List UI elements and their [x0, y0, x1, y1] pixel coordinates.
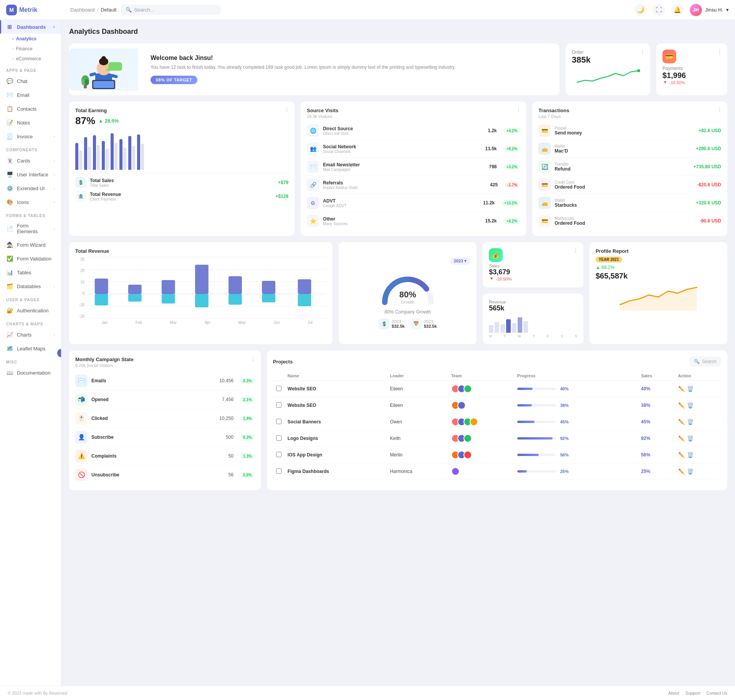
- source-more-button[interactable]: ⋮: [515, 106, 521, 113]
- projects-search[interactable]: 🔍 Search: [689, 357, 721, 367]
- breadcrumb-root[interactable]: Dashboard: [70, 7, 95, 13]
- row-checkbox[interactable]: [273, 463, 285, 480]
- list-item: ⭐ OtherMany Sources 15.2k+8.2%: [307, 212, 520, 230]
- sidebar-item-email[interactable]: ✉️ Email: [0, 88, 61, 102]
- trans-icon: 💳: [538, 215, 551, 227]
- project-action-cell[interactable]: ✏️🗑️: [675, 430, 721, 447]
- notifications-button[interactable]: 🔔: [671, 4, 684, 16]
- row-checkbox[interactable]: [273, 397, 285, 414]
- edit-button[interactable]: ✏️: [678, 452, 685, 458]
- search-box[interactable]: 🔍 Search...: [121, 5, 221, 15]
- breadcrumb-active[interactable]: Default: [101, 7, 116, 13]
- user-avatar[interactable]: JH Jinsu H. ▾: [690, 4, 729, 16]
- list-item: 💳 PaypalSend money +82.6 USD: [538, 122, 721, 140]
- project-action-cell[interactable]: ✏️🗑️: [675, 463, 721, 480]
- edit-button[interactable]: ✏️: [678, 419, 685, 425]
- sidebar-item-leaflet-maps[interactable]: 🗺️ Leaflet Maps: [0, 342, 61, 355]
- row-checkbox[interactable]: [273, 447, 285, 463]
- order-more-button[interactable]: ⋮: [639, 48, 646, 55]
- growth-footer: 80% Company Growth: [384, 309, 431, 315]
- earning-more-button[interactable]: ⋮: [284, 106, 290, 113]
- footer-link-about[interactable]: About: [668, 691, 679, 695]
- delete-button[interactable]: 🗑️: [687, 468, 694, 474]
- delete-button[interactable]: 🗑️: [687, 386, 694, 392]
- sidebar-item-user-interface[interactable]: 🖥️ User Interface ›: [0, 168, 61, 181]
- sidebar-item-form-validation[interactable]: ✅ Form Validation: [0, 252, 61, 265]
- sidebar-item-chat[interactable]: 💬 Chat: [0, 74, 61, 88]
- payments-more-button[interactable]: ⋮: [717, 48, 723, 55]
- sidebar-item-form-elements[interactable]: 📄 Form Elements ›: [0, 219, 61, 238]
- sidebar-item-invoice[interactable]: 🧾 Invoice ›: [0, 129, 61, 143]
- project-sales-cell: 45%: [638, 414, 675, 430]
- project-action-cell[interactable]: ✏️🗑️: [675, 447, 721, 463]
- project-sales-cell: 56%: [638, 447, 675, 463]
- revenue-mini-card: Revenue 565k MTWTFSS: [483, 294, 583, 344]
- sales-more-button[interactable]: ⋮: [573, 247, 579, 254]
- welcome-body: You have 12 task to finish today. You al…: [151, 64, 553, 71]
- sidebar-item-form-wizard[interactable]: 🧙 Form Wizard: [0, 238, 61, 252]
- edit-button[interactable]: ✏️: [678, 386, 685, 392]
- sidebar-item-datatables[interactable]: 🗂️ Datatables ›: [0, 279, 61, 293]
- footer-link-contact[interactable]: Contact Us: [707, 691, 727, 695]
- sidebar-item-cards[interactable]: 🃏 Cards ›: [0, 154, 61, 168]
- sidebar-item-finance[interactable]: Finance: [12, 44, 61, 54]
- row-checkbox[interactable]: [273, 381, 285, 397]
- delete-button[interactable]: 🗑️: [687, 452, 694, 458]
- campaign-more-button[interactable]: ⋮: [250, 355, 256, 362]
- sidebar-item-extended-ui[interactable]: ⚙️ Exrended UI ›: [0, 181, 61, 195]
- source-icon-social: 👥: [307, 143, 319, 155]
- trans-icon: 🔄: [538, 161, 551, 173]
- table-row: Figma DashboardsHarmonica25%25%✏️🗑️: [273, 463, 721, 480]
- sidebar-item-authentication[interactable]: 🔐 Authentication ›: [0, 304, 61, 317]
- sidebar-item-notes[interactable]: 📝 Notes: [0, 116, 61, 129]
- list-item: ✉️ Emails 10,456 0.3%: [75, 372, 255, 390]
- source-visits-card: ⋮ Source Visits 28.3k Visitors 🌐 Direct …: [301, 101, 526, 236]
- y-axis-labels: 3020100-10-20: [75, 257, 84, 326]
- trans-more-button[interactable]: ⋮: [717, 106, 723, 113]
- project-action-cell[interactable]: ✏️🗑️: [675, 397, 721, 414]
- edit-button[interactable]: ✏️: [678, 468, 685, 474]
- welcome-card: Welcome back Jinsu! You have 12 task to …: [69, 43, 560, 95]
- chevron-down-icon: ▾: [53, 25, 55, 29]
- sidebar-item-documentation[interactable]: 📖 Documentation: [0, 366, 61, 380]
- sidebar-item-contacts[interactable]: 📋 Contacts: [0, 102, 61, 116]
- th-leader: Leader: [387, 371, 448, 381]
- list-item: 👤 Subscribe 500 8.3%: [75, 428, 255, 447]
- total-revenue-label: Total Revenue: [90, 192, 271, 197]
- fullscreen-button[interactable]: ⛶: [653, 4, 665, 16]
- campaign-icon-subscribe: 👤: [75, 431, 88, 443]
- sidebar-item-charts[interactable]: 📈 Charts ›: [0, 328, 61, 342]
- sidebar-item-icons[interactable]: 🎨 Icons ›: [0, 195, 61, 209]
- sidebar-item-dashboards[interactable]: ⊞ Dashboards ▾: [0, 20, 61, 34]
- growth-year-select[interactable]: 2023 ▾: [450, 257, 471, 265]
- row-checkbox[interactable]: [273, 430, 285, 447]
- sidebar-item-tables[interactable]: 📊 Tables: [0, 265, 61, 279]
- table-row: IOS App DesignMerlin56%56%✏️🗑️: [273, 447, 721, 463]
- campaign-card: ⋮ Monthly Campaign State 6.20k Social Vi…: [69, 350, 261, 490]
- total-revenue-card: Total Revenue 3020100-10-20: [69, 242, 333, 344]
- footer-link-support[interactable]: Support: [685, 691, 700, 695]
- delete-button[interactable]: 🗑️: [687, 402, 694, 408]
- row-checkbox[interactable]: [273, 414, 285, 430]
- topbar-actions: 🌙 ⛶ 🔔 JH Jinsu H. ▾: [634, 4, 729, 16]
- project-team-cell: [448, 463, 514, 480]
- sidebar-item-ecommerce[interactable]: eCommerce: [12, 54, 61, 64]
- svg-rect-9: [108, 62, 122, 71]
- edit-button[interactable]: ✏️: [678, 402, 685, 408]
- logo-text: Metrik: [19, 7, 37, 13]
- delete-button[interactable]: 🗑️: [687, 435, 694, 441]
- delete-button[interactable]: 🗑️: [687, 419, 694, 425]
- project-sales-cell: 92%: [638, 430, 675, 447]
- svg-rect-27: [262, 281, 275, 294]
- project-action-cell[interactable]: ✏️🗑️: [675, 414, 721, 430]
- dark-mode-button[interactable]: 🌙: [634, 4, 647, 16]
- total-sales-label: Total Sales: [90, 178, 274, 183]
- logo[interactable]: M Metrik: [6, 5, 66, 15]
- sales-change: 🔻-16.50%: [489, 276, 577, 281]
- sidebar-item-analytics[interactable]: Analytics: [12, 34, 61, 44]
- campaign-icon-complaints: ⚠️: [75, 450, 88, 462]
- profile-report-card: Profile Report YEAR 2021 ▲ 68.2% $65,587…: [589, 242, 727, 344]
- campaign-icon-emails: ✉️: [75, 375, 88, 387]
- edit-button[interactable]: ✏️: [678, 435, 685, 441]
- project-action-cell[interactable]: ✏️🗑️: [675, 381, 721, 397]
